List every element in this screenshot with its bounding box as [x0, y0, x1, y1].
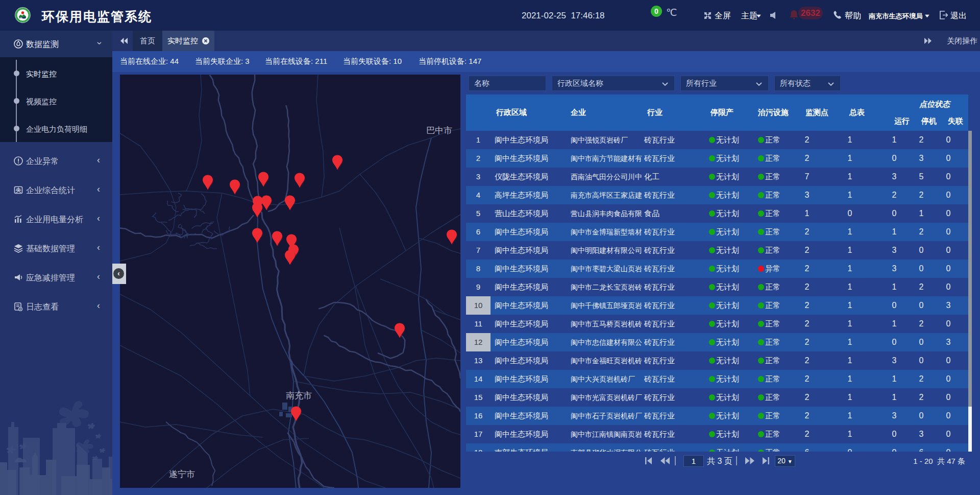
svg-text:央: 央: [15, 187, 22, 193]
